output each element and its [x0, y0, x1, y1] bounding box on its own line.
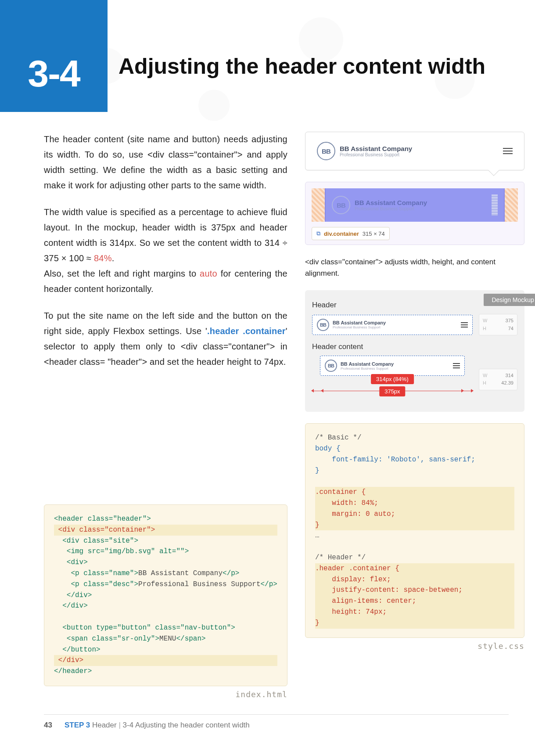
footer-step-label: STEP 3: [65, 721, 90, 729]
company-name: BB Assistant Company: [340, 145, 412, 152]
paragraph-1: The header content (site name and button…: [44, 132, 287, 193]
illustration-caption: <div class="container"> adjusts width, h…: [305, 256, 524, 279]
bb-logo-icon: BB: [317, 319, 329, 331]
measure-outer-badge: 375px: [379, 386, 405, 396]
code-filename-css: style.css: [305, 641, 524, 651]
dim-header-w: 375: [506, 317, 513, 325]
dim-content-w: 314: [506, 372, 513, 380]
design-mockup-panel: Design Mockup Header BB BB Assistant Com…: [305, 290, 524, 412]
page-footer: 43 STEP 3 Header | 3-4 Adjusting the hea…: [44, 714, 509, 730]
highlight-selector: .header .container: [207, 326, 286, 336]
paragraph-2a: The width value is specified as a percen…: [44, 207, 287, 263]
measure-inner-badge: 314px (84%): [371, 374, 414, 384]
company-desc-hl: Professional Business Support: [355, 206, 427, 211]
footer-step-name: Header: [92, 721, 117, 729]
mockup-company-desc: Professional Business Support: [333, 325, 386, 329]
chapter-badge: 3-4: [0, 0, 108, 112]
devtool-dimensions: 315 × 74: [363, 230, 385, 237]
highlight-auto: auto: [200, 269, 217, 278]
paragraph-2: The width value is specified as a percen…: [44, 205, 287, 297]
dim-header-h: 74: [508, 325, 513, 333]
mockup-header-dims: W375 H74: [479, 314, 517, 335]
design-mockup-tag: Design Mockup: [484, 294, 535, 306]
company-name-hl: BB Assistant Company: [355, 199, 427, 206]
mockup-company-name: BB Assistant Company: [333, 320, 386, 325]
page-number: 43: [44, 721, 52, 730]
paragraph-2b: .: [112, 253, 115, 263]
mockup-content-dims: W314 H42.39: [479, 369, 517, 390]
footer-section: 3-4 Adjusting the header content width: [123, 721, 250, 729]
hamburger-icon: [453, 363, 460, 368]
mockup-company-name-2: BB Assistant Company: [341, 361, 394, 367]
illustration-container-highlight: BB BB Assistant Company Professional Bus…: [305, 182, 524, 245]
mockup-header-preview: BB BB Assistant Company Professional Bus…: [312, 315, 473, 335]
illustration-header-preview: BB BB Assistant Company Professional Bus…: [305, 132, 524, 170]
highlight-percent: 84%: [94, 253, 112, 263]
bb-logo-icon: BB: [325, 360, 337, 372]
devtool-selector: div.container: [324, 230, 359, 237]
bb-logo-icon: BB: [332, 196, 350, 214]
paragraph-4: To put the site name on the left side an…: [44, 308, 287, 370]
paragraph-3a: Also, set the left and right margins to: [44, 269, 200, 278]
hamburger-icon: [461, 322, 468, 328]
company-desc: Professional Business Support: [340, 152, 412, 157]
chapter-number: 3-4: [28, 52, 79, 95]
dim-content-h: 42.39: [501, 379, 513, 387]
inspect-icon: ⧉: [316, 230, 320, 237]
bb-logo-icon: BB: [317, 142, 335, 160]
hamburger-icon: [503, 148, 513, 154]
code-filename-html: index.html: [44, 690, 287, 699]
mockup-company-desc-2: Professional Business Support: [341, 367, 394, 371]
code-block-html: <header class="header"> <div class="cont…: [44, 504, 287, 686]
devtool-chip: ⧉ div.container 315 × 74: [312, 227, 390, 240]
mockup-label-header-content: Header content: [312, 342, 517, 351]
page-title: Adjusting the header content width: [118, 53, 509, 80]
mockup-content-preview: BB BB Assistant Company Professional Bus…: [320, 356, 465, 376]
code-block-css: /* Basic */ body { font-family: 'Roboto'…: [305, 423, 524, 637]
